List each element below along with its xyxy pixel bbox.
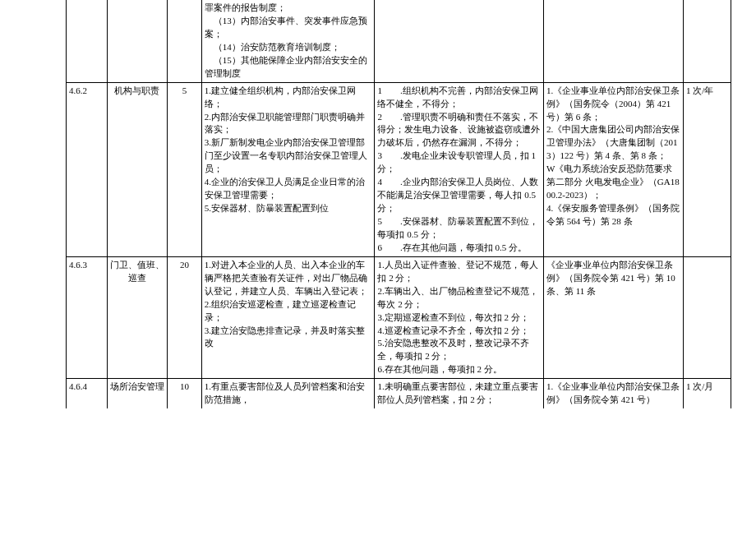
cell-freq xyxy=(683,256,731,378)
cell-basis: 1.《企业事业单位内部治安保卫条例》（国务院令第 421 号） xyxy=(544,379,684,408)
cell-score xyxy=(168,0,202,82)
cell-name: 机构与职责 xyxy=(107,82,167,256)
cell-score: 5 xyxy=(168,82,202,256)
cell-criteria: 1.人员出入证件查验、登记不规范，每人扣 2 分； 2.车辆出入、出厂物品检查登… xyxy=(375,256,544,378)
cell-criteria xyxy=(375,0,544,82)
cell-id: 4.6.3 xyxy=(67,256,108,378)
cell-score: 20 xyxy=(168,256,202,378)
cell-criteria: 1.未明确重点要害部位，未建立重点要害部位人员列管档案，扣 2 分； xyxy=(375,379,544,408)
cell-basis: 1.《企业事业单位内部治安保卫条例》（国务院令（2004）第 421 号）第 6… xyxy=(544,82,684,256)
cell-content: 1.有重点要害部位及人员列管档案和治安防范措施， xyxy=(201,379,375,408)
cell-content: 1.建立健全组织机构，内部治安保卫网络； 2.内部治安保卫职能管理部门职责明确并… xyxy=(201,82,375,256)
cell-basis xyxy=(544,0,684,82)
cell-name: 门卫、值班、巡查 xyxy=(107,256,167,378)
cell-id xyxy=(67,0,108,82)
cell-content: 罪案件的报告制度； （13）内部治安事件、突发事件应急预案； （14）治安防范教… xyxy=(201,0,375,82)
cell-freq: 1 次/月 xyxy=(683,379,731,408)
regulation-table: 罪案件的报告制度； （13）内部治安事件、突发事件应急预案； （14）治安防范教… xyxy=(66,0,731,408)
cell-freq xyxy=(683,0,731,82)
cell-content: 1.对进入本企业的人员、出入本企业的车辆严格把关查验有关证件，对出厂物品确认登记… xyxy=(201,256,375,378)
cell-id: 4.6.4 xyxy=(67,379,108,408)
cell-name xyxy=(107,0,167,82)
cell-id: 4.6.2 xyxy=(67,82,108,256)
cell-criteria: 1 .组织机构不完善，内部治安保卫网络不健全，不得分； 2 .管理职责不明确和责… xyxy=(375,82,544,256)
cell-score: 10 xyxy=(168,379,202,408)
cell-basis: 《企业事业单位内部治安保卫条例》（国务院令第 421 号）第 10 条、第 11… xyxy=(544,256,684,378)
cell-name: 场所治安管理 xyxy=(107,379,167,408)
cell-freq: 1 次/年 xyxy=(683,82,731,256)
